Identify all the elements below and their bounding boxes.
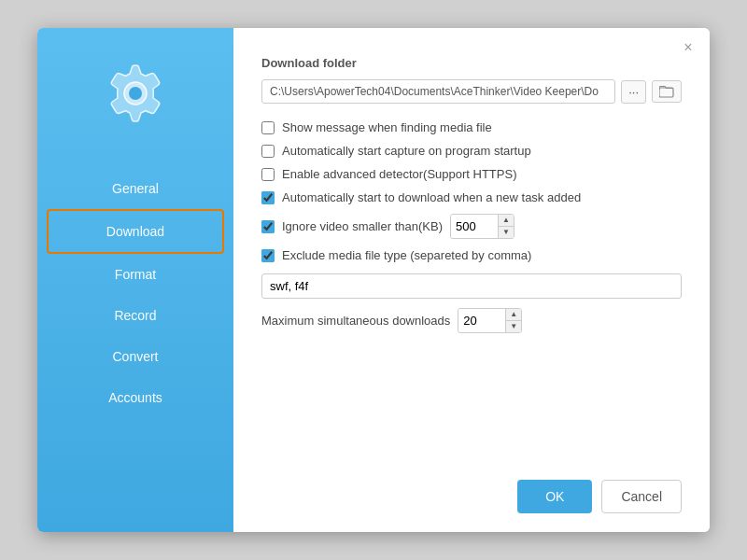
checkbox-enable-detector: Enable advanced detector(Support HTTPS) xyxy=(261,167,682,181)
auto-capture-checkbox[interactable] xyxy=(261,145,275,158)
exclude-type-checkbox[interactable] xyxy=(261,249,275,262)
ignore-size-increment[interactable]: ▲ xyxy=(498,215,514,227)
settings-dialog: × General Download Format Record xyxy=(37,28,710,532)
sidebar-item-convert[interactable]: Convert xyxy=(37,336,233,377)
max-downloads-spinner: ▲ ▼ xyxy=(458,308,522,333)
sidebar-item-general[interactable]: General xyxy=(37,168,233,209)
checkbox-auto-capture: Automatically start capture on program s… xyxy=(261,144,682,158)
sidebar-item-record[interactable]: Record xyxy=(37,295,233,336)
ignore-size-checkbox[interactable] xyxy=(261,220,275,233)
ignore-size-decrement[interactable]: ▼ xyxy=(498,227,514,238)
max-downloads-increment[interactable]: ▲ xyxy=(505,309,521,321)
folder-section-label: Download folder xyxy=(261,56,682,70)
svg-rect-2 xyxy=(659,88,673,97)
checkbox-show-message: Show message when finding media file xyxy=(261,120,682,134)
nav-items: General Download Format Record Convert A… xyxy=(37,168,233,418)
enable-detector-label: Enable advanced detector(Support HTTPS) xyxy=(282,167,516,181)
gear-icon xyxy=(98,56,173,131)
sidebar: General Download Format Record Convert A… xyxy=(37,28,233,532)
ignore-size-label: Ignore video smaller than(KB) xyxy=(282,219,443,233)
exclude-row: Exclude media file type (separeted by co… xyxy=(261,248,682,262)
folder-browse-icon xyxy=(659,85,674,98)
exclude-type-input[interactable] xyxy=(261,273,682,299)
ok-button[interactable]: OK xyxy=(517,480,592,513)
svg-point-1 xyxy=(129,87,142,100)
show-message-label: Show message when finding media file xyxy=(282,120,492,134)
auto-download-checkbox[interactable] xyxy=(261,191,275,204)
main-content: Download folder ··· Show message when fi… xyxy=(233,28,710,532)
close-button[interactable]: × xyxy=(678,37,698,58)
ignore-size-spinner: ▲ ▼ xyxy=(450,214,514,239)
exclude-type-label: Exclude media file type (separeted by co… xyxy=(282,248,531,262)
show-message-checkbox[interactable] xyxy=(261,121,275,134)
sidebar-item-format[interactable]: Format xyxy=(37,254,233,295)
max-downloads-label: Maximum simultaneous downloads xyxy=(261,314,450,328)
checkbox-auto-download: Automatically start to download when a n… xyxy=(261,190,682,204)
folder-row: ··· xyxy=(261,79,682,104)
ignore-row: Ignore video smaller than(KB) ▲ ▼ xyxy=(261,214,682,239)
max-downloads-decrement[interactable]: ▼ xyxy=(505,321,521,332)
sidebar-item-download[interactable]: Download xyxy=(47,209,224,254)
max-downloads-input[interactable] xyxy=(458,310,505,331)
enable-detector-checkbox[interactable] xyxy=(261,168,275,181)
sidebar-item-accounts[interactable]: Accounts xyxy=(37,377,233,418)
auto-capture-label: Automatically start capture on program s… xyxy=(282,144,531,158)
folder-dots-button[interactable]: ··· xyxy=(621,80,646,104)
max-downloads-row: Maximum simultaneous downloads ▲ ▼ xyxy=(261,308,682,333)
footer: OK Cancel xyxy=(517,480,682,513)
auto-download-label: Automatically start to download when a n… xyxy=(282,190,581,204)
cancel-button[interactable]: Cancel xyxy=(601,480,682,513)
folder-path-input[interactable] xyxy=(261,79,615,104)
folder-browse-button[interactable] xyxy=(652,80,682,103)
ignore-size-input[interactable] xyxy=(451,216,498,237)
